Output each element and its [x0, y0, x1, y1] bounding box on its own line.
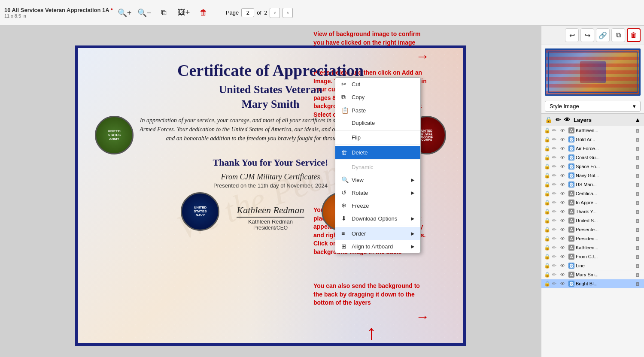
- menu-item-copy[interactable]: ⧉ Copy: [335, 91, 420, 104]
- order-icon: ≡: [341, 230, 348, 237]
- layer-row[interactable]: 🔒 ✏ 👁 A Presente... 🗑: [541, 225, 644, 234]
- layer-delete-icon[interactable]: 🗑: [634, 182, 641, 188]
- add-image-button[interactable]: 🖼+: [176, 3, 192, 23]
- layer-delete-icon[interactable]: 🗑: [634, 154, 641, 160]
- menu-item-view[interactable]: 🔍 View ▶: [335, 173, 420, 186]
- layer-vis-icon[interactable]: 👁: [560, 164, 567, 169]
- layer-lock-icon: 🔒: [544, 136, 551, 142]
- menu-item-download[interactable]: ⬇ Download Options ▶: [335, 212, 420, 225]
- lock-icon[interactable]: 🔒: [545, 116, 552, 123]
- zoom-out-button[interactable]: 🔍−: [136, 3, 152, 23]
- layers-header: 🔒 ✏ 👁 Layers ▲: [541, 114, 644, 126]
- layer-vis-icon[interactable]: 👁: [560, 137, 567, 142]
- layer-vis-icon[interactable]: 👁: [560, 272, 567, 277]
- layer-delete-icon[interactable]: 🗑: [634, 163, 641, 169]
- layer-vis-icon[interactable]: 👁: [560, 218, 567, 223]
- layer-vis-icon[interactable]: 👁: [560, 200, 567, 205]
- layer-row[interactable]: 🔒 ✏ 👁 A Kathleen... 🗑: [541, 126, 644, 135]
- layer-vis-icon[interactable]: 👁: [560, 128, 567, 133]
- layer-row[interactable]: 🔒 ✏ 👁 A From CJ... 🗑: [541, 252, 644, 261]
- layer-row[interactable]: 🔒 ✏ 👁 A United S... 🗑: [541, 216, 644, 225]
- layer-row[interactable]: 🔒 ✏ 👁 🖼 US Mari... 🗑: [541, 180, 644, 189]
- layer-lock-icon: 🔒: [544, 254, 551, 260]
- layer-edit-icon: ✏: [552, 182, 559, 188]
- page-prev-button[interactable]: ‹: [270, 8, 280, 18]
- document-title: 10 All Services Veteran Appreciation 1A …: [4, 7, 113, 13]
- copy-button[interactable]: ⧉: [156, 3, 172, 23]
- layer-delete-icon[interactable]: 🗑: [634, 209, 641, 215]
- menu-item-delete[interactable]: 🗑 Delete: [335, 146, 420, 159]
- layer-vis-icon[interactable]: 👁: [560, 245, 567, 250]
- layer-vis-icon[interactable]: 👁: [560, 263, 567, 268]
- layer-vis-icon[interactable]: 👁: [560, 236, 567, 241]
- menu-item-rotate[interactable]: ↺ Rotate ▶: [335, 186, 420, 199]
- layer-row[interactable]: 🔒 ✏ 👁 🖼 Coast Gu... 🗑: [541, 153, 644, 162]
- layer-vis-icon[interactable]: 👁: [560, 182, 567, 187]
- panel-delete-button[interactable]: 🗑: [627, 28, 641, 42]
- layer-delete-icon[interactable]: 🗑: [634, 200, 641, 206]
- eye-icon[interactable]: 👁: [564, 116, 570, 123]
- layer-vis-icon[interactable]: 👁: [560, 281, 567, 286]
- style-image-dropdown[interactable]: Style Image ▾: [545, 101, 641, 112]
- layer-row[interactable]: 🔒 ✏ 👁 A Mary Sm... 🗑: [541, 270, 644, 279]
- layer-vis-icon[interactable]: 👁: [560, 173, 567, 178]
- layer-vis-icon[interactable]: 👁: [560, 209, 567, 214]
- layer-edit-icon: ✏: [552, 245, 559, 251]
- layer-delete-icon[interactable]: 🗑: [634, 254, 641, 260]
- layer-row[interactable]: 🔒 ✏ 👁 A Thank Y... 🗑: [541, 207, 644, 216]
- panel-duplicate-button[interactable]: ⧉: [611, 28, 625, 42]
- layer-lock-icon: 🔒: [544, 127, 551, 133]
- preview-image[interactable]: [545, 48, 641, 96]
- layer-row[interactable]: 🔒 ✏ 👁 A In Appre... 🗑: [541, 198, 644, 207]
- toolbar-delete-button[interactable]: 🗑: [195, 3, 212, 23]
- layer-edit-icon: ✏: [552, 163, 559, 169]
- layer-vis-icon[interactable]: 👁: [560, 155, 567, 160]
- menu-item-order[interactable]: ≡ Order ▶: [335, 227, 420, 240]
- layer-row[interactable]: 🔒 ✏ 👁 A Kathleen... 🗑: [541, 243, 644, 252]
- layer-delete-icon[interactable]: 🗑: [634, 236, 641, 242]
- layer-delete-icon[interactable]: 🗑: [634, 263, 641, 269]
- layer-row[interactable]: 🔒 ✏ 👁 🖼 Space Fo... 🗑: [541, 162, 644, 171]
- layers-collapse-button[interactable]: ▲: [635, 116, 641, 123]
- panel-snap-button[interactable]: 🔗: [596, 28, 610, 42]
- zoom-in-button[interactable]: 🔍+: [116, 3, 133, 23]
- layer-delete-icon[interactable]: 🗑: [634, 281, 641, 287]
- layer-vis-icon[interactable]: 👁: [560, 227, 567, 232]
- layer-delete-icon[interactable]: 🗑: [634, 145, 641, 151]
- layer-vis-icon[interactable]: 👁: [560, 254, 567, 259]
- layer-vis-icon[interactable]: 👁: [560, 146, 567, 151]
- layer-row[interactable]: 🔒 ✏ 👁 A Presiden... 🗑: [541, 234, 644, 243]
- layer-vis-icon[interactable]: 👁: [560, 191, 567, 196]
- layer-row[interactable]: 🔒 ✏ 👁 🖼 Gold Ar... 🗑: [541, 135, 644, 144]
- layer-delete-icon[interactable]: 🗑: [634, 127, 641, 133]
- menu-item-dynamic-label: Dynamic: [352, 164, 374, 170]
- menu-item-cut[interactable]: ✂ Cut: [335, 78, 420, 91]
- panel-undo-button[interactable]: ↩: [565, 28, 579, 42]
- layer-edit-icon: ✏: [552, 272, 559, 278]
- panel-redo-button[interactable]: ↪: [580, 28, 594, 42]
- seal-navy: UNITED STATES NAVY: [181, 192, 219, 231]
- menu-item-flip[interactable]: Flip: [335, 131, 420, 144]
- layer-delete-icon[interactable]: 🗑: [634, 272, 641, 278]
- layer-row[interactable]: 🔒 ✏ 👁 A Certifica... 🗑: [541, 189, 644, 198]
- menu-item-paste[interactable]: 📋 Paste: [335, 104, 420, 117]
- menu-item-freeze[interactable]: ❄ Freeze: [335, 199, 420, 212]
- layer-delete-icon[interactable]: 🗑: [634, 218, 641, 224]
- menu-item-duplicate[interactable]: Duplicate: [335, 117, 420, 129]
- layer-delete-icon[interactable]: 🗑: [634, 245, 641, 251]
- layer-delete-icon[interactable]: 🗑: [634, 172, 641, 178]
- menu-item-align[interactable]: ⊞ Align to Artboard ▶: [335, 240, 420, 253]
- layer-delete-icon[interactable]: 🗑: [634, 227, 641, 233]
- layer-name: Gold Ar...: [576, 137, 633, 142]
- layer-row[interactable]: 🔒 ✏ 👁 🖼 Navy Gol... 🗑: [541, 171, 644, 180]
- paste-icon: 📋: [341, 107, 348, 114]
- pencil-icon[interactable]: ✏: [556, 116, 561, 123]
- menu-item-download-label: Download Options: [352, 215, 397, 222]
- layer-row[interactable]: 🔒 ✏ 👁 🖼 Line 🗑: [541, 261, 644, 270]
- layer-delete-icon[interactable]: 🗑: [634, 191, 641, 197]
- page-number-input[interactable]: [241, 8, 254, 17]
- page-next-button[interactable]: ›: [283, 8, 293, 18]
- layer-row-selected[interactable]: 🔒 ✏ 👁 🖼 Bright Bl... 🗑: [541, 279, 644, 288]
- layer-delete-icon[interactable]: 🗑: [634, 136, 641, 142]
- layer-row[interactable]: 🔒 ✏ 👁 🖼 Air Force... 🗑: [541, 144, 644, 153]
